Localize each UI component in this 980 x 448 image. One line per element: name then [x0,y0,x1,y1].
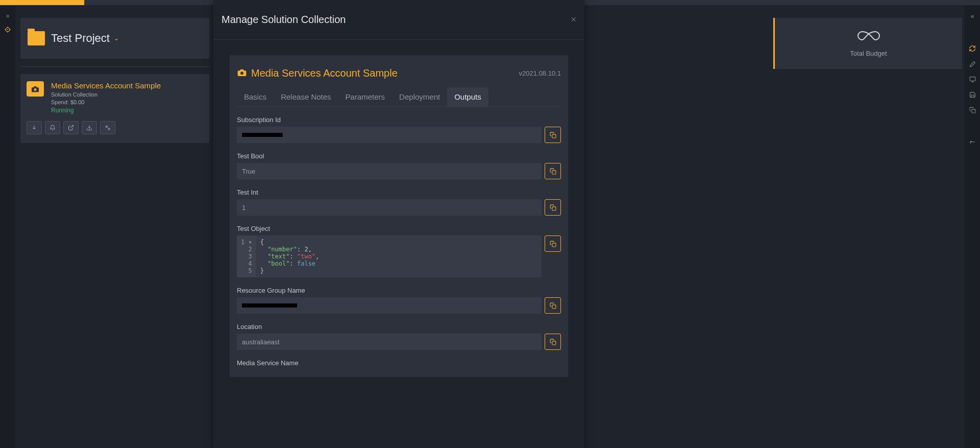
copy-button-test-bool[interactable] [545,163,561,179]
budget-panel: Total Budget [773,18,962,69]
output-label-test-bool: Test Bool [237,152,561,160]
output-value-subscription-id [237,127,542,143]
folder-open-icon[interactable] [969,140,976,148]
solution-status: Running [51,107,161,114]
solution-card: Media Services Account Sample Solution C… [20,74,209,143]
topbar-progress-segment [0,0,84,5]
version-label: v2021.08.10.1 [519,69,561,77]
copy-icon[interactable] [969,107,976,115]
solution-title[interactable]: Media Services Account Sample [51,81,161,90]
svg-rect-22 [552,341,555,344]
copy-button-location[interactable] [545,334,561,350]
output-label-test-int: Test Int [237,188,561,196]
svg-rect-21 [552,304,555,308]
svg-point-1 [8,30,8,30]
output-value-location: australiaeast [237,334,542,350]
external-link-button[interactable] [63,121,79,134]
tab-parameters[interactable]: Parameters [338,87,393,106]
tabs: Basics Release Notes Parameters Deployme… [237,87,561,107]
folder-icon [28,31,45,45]
solution-spend: Spend: $0.00 [51,99,161,105]
project-title: Test Project [51,32,110,45]
svg-point-15 [108,128,110,130]
redacted-bar [242,133,283,137]
svg-rect-9 [971,109,975,113]
solution-inner-card: Media Services Account Sample v2021.08.1… [230,55,568,377]
output-value-test-int: 1 [237,199,542,216]
refresh-icon[interactable] [969,45,976,54]
output-label-test-object: Test Object [237,225,561,232]
edit-icon[interactable] [969,61,976,69]
camera-icon [27,81,44,97]
tab-outputs[interactable]: Outputs [447,87,488,106]
collapse-left-icon[interactable]: « [970,12,974,20]
svg-rect-20 [552,243,555,246]
output-label-media-service-name: Media Service Name [237,359,561,367]
svg-rect-6 [970,77,975,81]
close-icon[interactable]: × [571,14,576,25]
copy-button-test-object[interactable] [545,235,561,252]
svg-rect-17 [552,134,555,137]
output-value-test-bool: True [237,163,542,179]
save-download-button[interactable] [82,121,97,134]
svg-point-16 [240,72,243,75]
code-body: { "number": 2, "text": "two", "bool": fa… [256,235,324,277]
expand-right-icon[interactable]: » [6,12,10,19]
svg-rect-19 [552,206,555,210]
svg-point-14 [106,126,108,128]
svg-line-12 [70,126,74,129]
target-icon[interactable] [5,27,11,34]
redacted-bar [242,303,297,308]
output-value-resource-group [237,297,542,314]
tab-basics[interactable]: Basics [237,87,274,106]
solution-subtitle: Solution Collection [51,91,161,98]
left-rail: » [0,5,15,448]
code-gutter: 1 ▾2345 [237,235,256,277]
infinity-icon [856,30,881,45]
modal-title: Manage Solution Collection [222,14,346,26]
save-icon[interactable] [969,91,976,100]
inner-title: Media Services Account Sample [251,67,398,79]
copy-button-test-int[interactable] [545,199,561,216]
bell-button[interactable] [45,121,60,134]
right-rail: « [965,5,980,448]
manage-solution-modal: Manage Solution Collection × Media Servi… [213,0,584,448]
budget-label: Total Budget [850,50,887,57]
project-caret-icon[interactable]: ⌄ [114,35,119,42]
tab-deployment[interactable]: Deployment [392,87,447,106]
output-label-subscription-id: Subscription Id [237,116,561,124]
output-value-test-object: 1 ▾2345 { "number": 2, "text": "two", "b… [237,235,542,277]
output-label-resource-group: Resource Group Name [237,287,561,294]
divider [20,66,209,67]
svg-point-10 [34,88,37,91]
copy-button-resource-group[interactable] [545,297,561,314]
download-button[interactable] [27,121,42,134]
project-header-card: Test Project ⌄ [20,18,209,59]
svg-rect-18 [552,170,555,174]
output-label-location: Location [237,323,561,331]
tab-release-notes[interactable]: Release Notes [274,87,338,106]
camera-icon [237,68,247,79]
gears-button[interactable] [100,121,115,134]
copy-button-subscription-id[interactable] [545,127,561,143]
monitor-icon[interactable] [969,76,976,84]
